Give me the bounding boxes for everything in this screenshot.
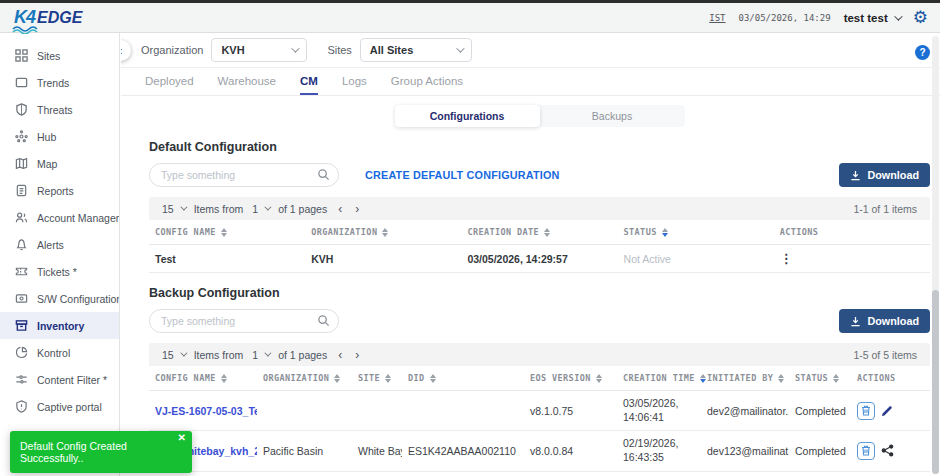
filter-sliders-icon [15, 373, 28, 386]
column-creation-date[interactable]: CREATION DATE [461, 220, 617, 245]
sidebar-collapse-button[interactable]: ‹ [121, 40, 131, 61]
sidebar-item-kontrol[interactable]: Kontrol [0, 339, 119, 366]
cell-creation-time: 02/19/2026,16:43:35 [617, 431, 701, 471]
sidebar-item-threats[interactable]: Threats [0, 96, 119, 123]
sidebar-item-label: Alerts [37, 239, 64, 251]
page-size-value: 15 [162, 203, 174, 215]
shield-alert-icon [15, 400, 28, 413]
cell-eos-version: v8.1.0.75 [524, 391, 617, 431]
sidebar-item-captive-portal[interactable]: Captive portal [0, 393, 119, 420]
default-config-search-input[interactable] [149, 163, 339, 187]
trash-icon [861, 405, 871, 416]
sidebar-item-label: Inventory [37, 320, 84, 332]
page-size-select[interactable]: 15 [162, 349, 185, 361]
subtab-configurations[interactable]: Configurations [395, 105, 540, 127]
sidebar-item-trends[interactable]: Trends [0, 69, 119, 96]
chevron-down-icon [292, 44, 300, 52]
delete-button[interactable] [857, 402, 875, 420]
timezone-toggle[interactable]: IST [709, 13, 725, 23]
default-config-download-button[interactable]: Download [839, 163, 930, 187]
config-name-link[interactable]: VJ-ES-1607-05-03_Test [155, 405, 257, 417]
sidebar-item-map[interactable]: Map [0, 150, 119, 177]
sidebar-item-label: Account Management [37, 212, 119, 224]
column-eos-version[interactable]: EOS VERSION [524, 366, 617, 391]
backup-configuration-title: Backup Configuration [149, 286, 930, 300]
panel-icon [15, 76, 28, 89]
backup-config-pagination: 15 Items from 1 of 1 pages ‹ › 1-5 of 5 … [149, 343, 930, 366]
cell-site: White Bay [352, 471, 402, 476]
tab-warehouse[interactable]: Warehouse [218, 68, 276, 95]
cell-status: Completed [789, 431, 851, 471]
logo-wave-icon [12, 26, 42, 34]
page-size-select[interactable]: 15 [162, 203, 185, 215]
sidebar-item-alerts[interactable]: Alerts [0, 231, 119, 258]
sort-icon [544, 228, 550, 237]
cell-eos-version: v8.0.0.84 [524, 471, 617, 476]
column-creation-time[interactable]: CREATION TIME [617, 366, 701, 391]
sidebar-item-hub[interactable]: Hub [0, 123, 119, 150]
search-icon [317, 314, 330, 327]
sidebar-item-content-filter[interactable]: Content Filter * [0, 366, 119, 393]
gear-icon[interactable]: ⚙ [913, 9, 928, 26]
column-did[interactable]: DID [402, 366, 524, 391]
backup-config-search-input[interactable] [149, 309, 339, 333]
close-icon[interactable]: ✕ [178, 432, 186, 443]
organization-select[interactable]: KVH [211, 38, 307, 62]
next-page-button[interactable]: › [353, 202, 361, 216]
cell-config-name: Test [149, 245, 305, 273]
sidebar-nav: Sites Trends Threats Hub Map Reports Acc… [0, 33, 120, 476]
kebab-menu-icon[interactable]: ⋮ [780, 251, 793, 266]
cm-tab-bar: Deployed Warehouse CM Logs Group Actions [121, 68, 940, 96]
user-menu[interactable]: test test [844, 12, 900, 24]
column-organization[interactable]: ORGANIZATION [305, 220, 461, 245]
page-value: 1 [252, 203, 258, 215]
sidebar-item-inventory[interactable]: Inventory [0, 312, 119, 339]
cell-site: White Bay [352, 431, 402, 471]
sidebar-item-sw-configuration[interactable]: S/W Configuration [0, 285, 119, 312]
tab-group-actions[interactable]: Group Actions [391, 68, 463, 95]
grid-icon [15, 49, 28, 62]
table-header-row: CONFIG NAME ORGANIZATION SITE DID EOS VE… [149, 366, 930, 391]
column-site[interactable]: SITE [352, 366, 402, 391]
help-icon[interactable]: ? [915, 45, 930, 60]
tab-cm[interactable]: CM [300, 68, 318, 95]
shield-icon [15, 103, 28, 116]
page-select[interactable]: 1 [252, 203, 269, 215]
tab-deployed[interactable]: Deployed [145, 68, 194, 95]
create-default-configuration-link[interactable]: CREATE DEFAULT CONFIGURATION [365, 169, 560, 181]
edit-button[interactable] [881, 405, 893, 417]
sort-icon [385, 374, 391, 383]
sites-select[interactable]: All Sites [360, 38, 472, 62]
column-status[interactable]: STATUS [789, 366, 851, 391]
column-status[interactable]: STATUS [618, 220, 774, 245]
logo-edge-text: EDGE [37, 9, 82, 27]
cell-organization: KVH [305, 245, 461, 273]
subtab-backups[interactable]: Backups [540, 105, 685, 127]
page-select[interactable]: 1 [252, 349, 269, 361]
column-organization[interactable]: ORGANIZATION [257, 366, 352, 391]
next-page-button[interactable]: › [353, 348, 361, 362]
tab-logs[interactable]: Logs [342, 68, 367, 95]
cell-did: ES1K42AABAA002110 [402, 431, 524, 471]
column-initiated-by[interactable]: INITIATED BY [701, 366, 789, 391]
delete-button[interactable] [857, 442, 875, 460]
column-config-name[interactable]: CONFIG NAME [149, 220, 305, 245]
k4edge-logo: K4 EDGE [14, 7, 82, 28]
prev-page-button[interactable]: ‹ [336, 348, 344, 362]
prev-page-button[interactable]: ‹ [336, 202, 344, 216]
backup-config-download-button[interactable]: Download [839, 309, 930, 333]
sidebar-item-reports[interactable]: Reports [0, 177, 119, 204]
sidebar-item-account-management[interactable]: Account Management [0, 204, 119, 231]
sidebar-item-sites[interactable]: Sites [0, 42, 119, 69]
items-range-label: 1-5 of 5 items [853, 349, 917, 361]
sidebar-item-label: Map [37, 158, 57, 170]
column-config-name[interactable]: CONFIG NAME [149, 366, 257, 391]
sidebar-item-label: Sites [37, 50, 60, 62]
sort-icon [596, 374, 602, 383]
of-pages-label: of 1 pages [278, 203, 327, 215]
scrollbar-thumb[interactable] [932, 290, 939, 474]
download-icon [850, 316, 861, 327]
sidebar-item-tickets[interactable]: Tickets * [0, 258, 119, 285]
sidebar-item-label: Hub [37, 131, 56, 143]
share-button[interactable] [881, 444, 894, 457]
